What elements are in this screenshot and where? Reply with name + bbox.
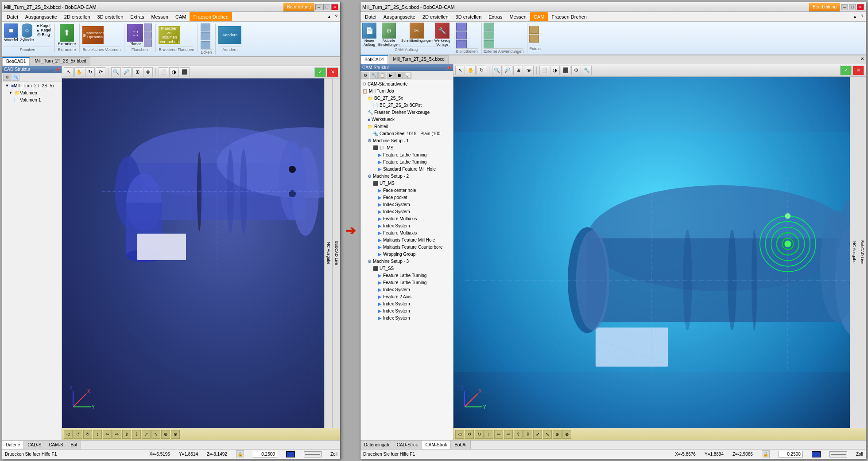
cam-tree-item-14[interactable]: ⬛UT_MS xyxy=(360,180,453,187)
cam-tool-1[interactable]: ⚙ xyxy=(361,72,369,79)
close-tab-right[interactable]: ✕ xyxy=(859,55,866,64)
cam-tree-item-33[interactable]: ▶Index System xyxy=(360,314,453,321)
tab-dateneingab-right[interactable]: Dateneingab xyxy=(360,441,393,449)
minimize-btn-left[interactable]: ─ xyxy=(315,4,322,10)
cam-tree-item-11[interactable]: ▶Feature Lathe Turning xyxy=(360,158,453,165)
tab-cad-struk-right[interactable]: CAD-Struk xyxy=(393,441,422,449)
ecken-btn-3[interactable] xyxy=(201,41,210,49)
select-btn-left[interactable]: ↖ xyxy=(64,67,74,77)
cam-tree-item-12[interactable]: ▶Standard Feature Mill Hole xyxy=(360,165,453,172)
render-btn-left[interactable]: ⬜ xyxy=(159,67,168,77)
tab-cad-s-left[interactable]: CAD-S xyxy=(24,441,45,449)
planar-btn[interactable]: ⬚ Planar xyxy=(127,24,143,46)
nav-btn-1-right[interactable]: ◁ xyxy=(455,430,464,439)
ext-btn-3[interactable] xyxy=(484,40,494,48)
cancel-btn-left[interactable]: ✕ xyxy=(327,67,338,77)
nav-btn-6-left[interactable]: ⇨ xyxy=(112,430,121,439)
erweitert-btn[interactable]: Flaechen zu Volumen vernaehen xyxy=(159,26,180,44)
nav-btn-2-left[interactable]: ↺ xyxy=(74,430,82,439)
nav-btn-7-left[interactable]: ⇧ xyxy=(122,430,131,439)
ecken-btn-2[interactable] xyxy=(201,32,210,40)
ext-btn-1[interactable] xyxy=(484,23,494,31)
cam-tree-item-2[interactable]: 📁BC_2T_2S_5x xyxy=(360,94,453,102)
tree-item-mill-turn[interactable]: ▼ ■ Mill_Turn_2T_2S_5x xyxy=(2,82,62,89)
cam-tree-item-22[interactable]: ▶Multiaxis Feature Mill Hole xyxy=(360,236,453,243)
ring-btn[interactable]: ◎ Ring xyxy=(37,32,50,37)
tab-bol-left[interactable]: Bol xyxy=(67,441,81,449)
nav-btn-11-left[interactable]: ⊕ xyxy=(161,430,170,439)
cam-tree-item-0[interactable]: ⚙CAM-Standardwerte xyxy=(360,80,453,87)
zoom-out-btn-right[interactable]: 🔎 xyxy=(503,66,512,75)
accept-btn-right[interactable]: ✓ xyxy=(840,66,852,75)
nav-btn-6-right[interactable]: ⇨ xyxy=(504,430,513,439)
werkzeug-vorlage-btn[interactable]: 🔧 WerkzeugVorlage xyxy=(434,23,450,47)
cam-tree-item-15[interactable]: ▶Face center hole xyxy=(360,187,453,194)
bib-btn-2[interactable] xyxy=(456,31,467,39)
right-3d-viewport[interactable]: X Y Z BobCAD Live NC Ausgabe xyxy=(453,77,866,428)
sidebar-tool-2[interactable]: 🔍 xyxy=(12,74,19,81)
schnittbed-btn[interactable]: ✂ Schnittbedingungen xyxy=(401,23,433,43)
aktuelle-settings-btn[interactable]: ⚙ AktuelleEinstellungen xyxy=(378,23,399,47)
tab-bobcad1-right[interactable]: BobCAD1 xyxy=(360,55,388,64)
cam-tree-item-18[interactable]: ▶Index System xyxy=(360,208,453,215)
close-btn-right[interactable]: ✕ xyxy=(857,4,864,10)
accept-btn-left[interactable]: ✓ xyxy=(314,67,326,77)
menu-datei-right[interactable]: Datei xyxy=(361,12,380,21)
kegel-btn[interactable]: ▲ Kegel xyxy=(36,28,51,32)
nc-ausgabe-right[interactable]: NC Ausgabe xyxy=(850,77,858,428)
nav-btn-7-right[interactable]: ⇧ xyxy=(514,430,523,439)
nav-btn-8-right[interactable]: ⇩ xyxy=(523,430,532,439)
menu-fraesen-drehen-right[interactable]: Fraesen Drehen xyxy=(548,12,590,21)
cam-tree-item-28[interactable]: ▶Feature Lathe Turning xyxy=(360,279,453,286)
menu-3d-erstellen-left[interactable]: 3D erstellen xyxy=(94,12,127,21)
view-btn-right[interactable]: 👁 xyxy=(524,66,534,75)
maximize-btn-right[interactable]: □ xyxy=(849,4,856,10)
minimize-btn-right[interactable]: ─ xyxy=(841,4,848,10)
left-3d-viewport[interactable]: X Y Z BobCAD Live NC Ausgabe xyxy=(62,78,340,428)
help-icon-right[interactable]: ? xyxy=(859,14,865,19)
cam-tree-item-26[interactable]: ⬛UT_SS xyxy=(360,265,453,272)
view-btn-left[interactable]: 👁 xyxy=(143,67,153,77)
nav-btn-5-right[interactable]: ⇦ xyxy=(494,430,503,439)
cam-tree-item-29[interactable]: ▶Index System xyxy=(360,286,453,293)
pan-btn-left[interactable]: ✋ xyxy=(74,67,84,77)
nav-btn-4-left[interactable]: ↕ xyxy=(93,430,102,439)
nav-btn-9-right[interactable]: ⤢ xyxy=(533,430,542,439)
cam-tree-item-24[interactable]: ▶Wrapping Group xyxy=(360,250,453,258)
cam-tree-item-19[interactable]: ▶Feature Multiaxis xyxy=(360,215,453,222)
select-btn-right[interactable]: ↖ xyxy=(455,66,465,75)
cam-tree-item-6[interactable]: 📁Rohteil xyxy=(360,123,453,130)
cam-tree-item-23[interactable]: ▶Multiaxis Feature Counterbore xyxy=(360,243,453,250)
pan-btn-right[interactable]: ✋ xyxy=(466,66,476,75)
nav-btn-4-right[interactable]: ↕ xyxy=(484,430,493,439)
shading-btn-right[interactable]: ◑ xyxy=(550,66,560,75)
cam-tree-item-21[interactable]: ▶Feature Multiaxis xyxy=(360,229,453,236)
nav-btn-1-left[interactable]: ◁ xyxy=(64,430,73,439)
extras-btn-r-2[interactable] xyxy=(529,35,539,43)
ecken-btn-1[interactable] xyxy=(201,23,210,31)
sidebar-pin-right[interactable]: 📌 xyxy=(446,66,451,70)
menu-extras-left[interactable]: Extras xyxy=(127,12,147,21)
orbit-btn-left[interactable]: ⟳ xyxy=(96,67,105,77)
color-swatch-right[interactable] xyxy=(812,451,821,457)
cam-tool-3[interactable]: 📋 xyxy=(378,72,386,79)
nav-btn-10-left[interactable]: ⤡ xyxy=(151,430,160,439)
tab-cam-struk-right[interactable]: CAM-Struk xyxy=(422,441,451,449)
snap-toggle-left[interactable]: 🔒 xyxy=(236,450,244,458)
cam-tool-2[interactable]: 🔧 xyxy=(370,72,378,79)
zoom-in-btn-left[interactable]: 🔍 xyxy=(111,67,121,77)
extrudieren-btn[interactable]: ⬆ Extrudiere xyxy=(58,24,76,46)
close-btn-left[interactable]: ✕ xyxy=(331,4,338,10)
menu-extras-right[interactable]: Extras xyxy=(485,12,506,21)
cam-tool-4[interactable]: ▶ xyxy=(387,72,395,79)
cam-tree-item-10[interactable]: ▶Feature Lathe Turning xyxy=(360,151,453,158)
menu-2d-erstellen-right[interactable]: 2D erstellen xyxy=(419,12,452,21)
kugel-btn[interactable]: ● Kugel xyxy=(37,23,50,28)
nc-ausgabe-left[interactable]: NC Ausgabe xyxy=(324,78,332,428)
neuer-auftrag-btn[interactable]: 📄 NeuerAuftrag xyxy=(362,23,376,47)
flaechen-btn-1[interactable] xyxy=(144,23,152,31)
zoom-input-left[interactable] xyxy=(253,451,277,457)
menu-datei-left[interactable]: Datei xyxy=(3,12,22,21)
cam-tree-item-4[interactable]: 🔧Fraesen Drehen Werkzeuge xyxy=(360,109,453,116)
extras-btn-r-1[interactable] xyxy=(529,26,539,34)
